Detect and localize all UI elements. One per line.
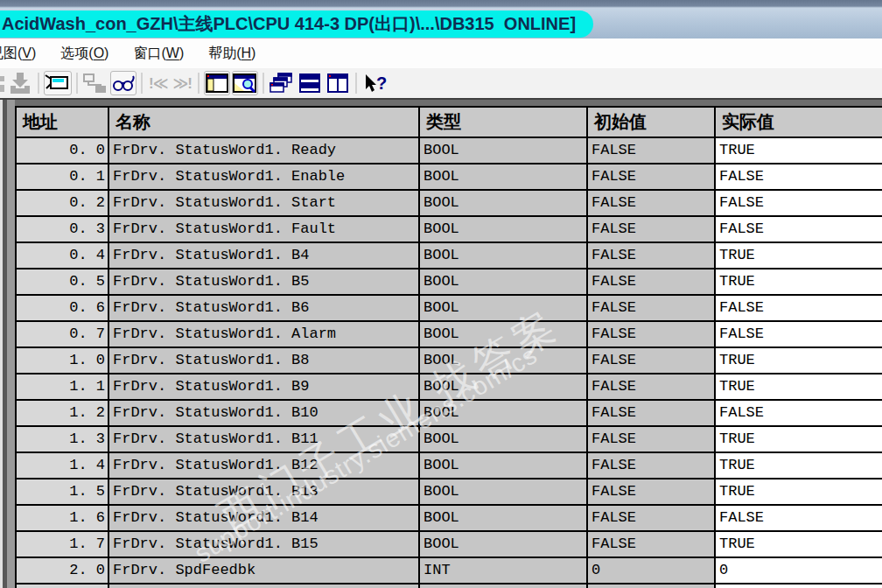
- cell-actual[interactable]: FALSE: [716, 401, 882, 425]
- cell-name[interactable]: FrDrv. StatusWord1. B8: [109, 348, 418, 373]
- cell-actual[interactable]: FALSE: [716, 217, 882, 242]
- cell-name[interactable]: FrDrv. StatusWord1. Ready: [109, 138, 418, 163]
- cell-actual[interactable]: TRUE: [716, 243, 882, 268]
- cell-actual[interactable]: TRUE: [716, 138, 882, 163]
- cell-address[interactable]: 0. 5: [17, 270, 108, 294]
- cell-actual[interactable]: FALSE: [716, 322, 882, 346]
- cell-actual[interactable]: 0: [716, 558, 882, 583]
- download-button[interactable]: [7, 71, 33, 95]
- cell-initial[interactable]: FALSE: [588, 427, 714, 452]
- zoom-window-button[interactable]: [232, 71, 258, 95]
- menu-item-o[interactable]: 选项(O): [60, 45, 108, 63]
- cell-address[interactable]: 0. 3: [17, 217, 108, 242]
- cell-initial[interactable]: FALSE: [588, 270, 714, 294]
- cell-type[interactable]: BOOL: [420, 217, 586, 242]
- cell-initial[interactable]: FALSE: [588, 453, 714, 478]
- cell-address[interactable]: 1. 3: [17, 427, 108, 452]
- cell-address[interactable]: 1. 6: [17, 506, 108, 530]
- column-header[interactable]: 地址: [17, 108, 108, 136]
- menu-item-h[interactable]: 帮助(H): [208, 45, 256, 63]
- cell-name[interactable]: FrDrv. StatusWord1. B12: [109, 453, 418, 478]
- cell-initial[interactable]: 0: [588, 558, 714, 583]
- cell-name[interactable]: FrDrv. StatusWord1. B5: [109, 270, 418, 294]
- menu-item-v[interactable]: 视图(V): [0, 45, 36, 63]
- cell-initial[interactable]: FALSE: [588, 506, 714, 530]
- cell-actual[interactable]: FALSE: [716, 191, 882, 215]
- cell-actual[interactable]: TRUE: [716, 427, 882, 452]
- cell-name[interactable]: FrDrv. StatusWord1. B15: [109, 532, 418, 556]
- cell-name[interactable]: FrDrv. StatusWord1. Enable: [109, 164, 418, 189]
- cell-type[interactable]: BOOL: [420, 506, 586, 530]
- cell-initial[interactable]: FALSE: [588, 138, 714, 163]
- cell-address[interactable]: 1. 2: [17, 401, 108, 425]
- cell-address[interactable]: 2. 0: [17, 558, 108, 583]
- cell-name[interactable]: FrDrv. StatusWord1. B14: [109, 506, 418, 530]
- cell-name[interactable]: [109, 584, 418, 588]
- cell-address[interactable]: [17, 584, 108, 588]
- cell-type[interactable]: BOOL: [420, 532, 586, 556]
- cell-type[interactable]: BOOL: [420, 348, 586, 373]
- column-header[interactable]: 初始值: [588, 108, 714, 136]
- cell-type[interactable]: BOOL: [420, 191, 586, 215]
- cell-actual[interactable]: TRUE: [716, 480, 882, 504]
- cell-address[interactable]: 0. 7: [17, 322, 108, 346]
- cell-name[interactable]: FrDrv. StatusWord1. B9: [109, 374, 418, 399]
- cell-type[interactable]: BOOL: [420, 164, 586, 189]
- cell-type[interactable]: [420, 584, 586, 588]
- cell-actual[interactable]: FALSE: [716, 506, 882, 530]
- cell-address[interactable]: 0. 6: [17, 296, 108, 320]
- cell-name[interactable]: FrDrv. StatusWord1. B11: [109, 427, 418, 452]
- column-header[interactable]: 实际值: [716, 108, 882, 136]
- cell-type[interactable]: BOOL: [420, 453, 586, 478]
- cell-initial[interactable]: FALSE: [588, 164, 714, 189]
- cell-initial[interactable]: FALSE: [588, 348, 714, 373]
- cell-name[interactable]: FrDrv. StatusWord1. B10: [109, 401, 418, 425]
- cell-address[interactable]: 0. 4: [17, 243, 108, 268]
- cell-actual[interactable]: TRUE: [716, 270, 882, 294]
- cell-name[interactable]: FrDrv. StatusWord1. Start: [109, 191, 418, 215]
- network-button[interactable]: [82, 71, 108, 95]
- cell-actual[interactable]: FALSE: [716, 164, 882, 189]
- cell-initial[interactable]: FALSE: [588, 532, 714, 556]
- cell-address[interactable]: 1. 0: [17, 348, 108, 373]
- cell-initial[interactable]: FALSE: [588, 401, 714, 425]
- cell-initial[interactable]: FALSE: [588, 217, 714, 242]
- cell-actual[interactable]: TRUE: [716, 374, 882, 399]
- menu-item-w[interactable]: 窗口(W): [133, 45, 184, 63]
- cell-address[interactable]: 0. 2: [17, 191, 108, 215]
- cell-type[interactable]: BOOL: [420, 401, 586, 425]
- column-header[interactable]: 类型: [420, 108, 586, 136]
- cell-type[interactable]: BOOL: [420, 296, 586, 320]
- cell-actual[interactable]: TRUE: [716, 348, 882, 373]
- cell-actual[interactable]: FALSE: [716, 296, 882, 320]
- cell-actual[interactable]: TRUE: [716, 453, 882, 478]
- next-error-button[interactable]: ≫!: [170, 74, 193, 93]
- accessible-nodes-button[interactable]: [44, 71, 72, 95]
- cell-address[interactable]: 1. 7: [17, 532, 108, 556]
- cell-address[interactable]: 0. 1: [17, 164, 108, 189]
- cell-type[interactable]: BOOL: [420, 243, 586, 268]
- cell-initial[interactable]: [588, 584, 714, 588]
- cell-address[interactable]: 1. 1: [17, 374, 108, 399]
- cell-name[interactable]: FrDrv. StatusWord1. Alarm: [109, 322, 418, 346]
- cascade-windows-button[interactable]: [269, 71, 295, 95]
- cell-address[interactable]: 1. 5: [17, 480, 108, 504]
- cell-address[interactable]: 1. 4: [17, 453, 108, 478]
- column-header[interactable]: 名称: [109, 108, 418, 136]
- cell-type[interactable]: BOOL: [420, 322, 586, 346]
- tile-vertical-button[interactable]: [325, 71, 351, 95]
- cell-name[interactable]: FrDrv. StatusWord1. B6: [109, 296, 418, 320]
- cell-name[interactable]: FrDrv. SpdFeedbk: [109, 558, 418, 583]
- cell-type[interactable]: BOOL: [420, 270, 586, 294]
- context-help-button[interactable]: ?: [361, 71, 388, 95]
- previous-error-button[interactable]: !≪: [146, 74, 170, 93]
- cell-actual[interactable]: TRUE: [716, 532, 882, 556]
- cell-initial[interactable]: FALSE: [588, 191, 714, 215]
- cell-address[interactable]: 0. 0: [17, 138, 108, 163]
- cell-actual[interactable]: [716, 584, 882, 588]
- cell-type[interactable]: BOOL: [420, 138, 586, 163]
- cell-name[interactable]: FrDrv. StatusWord1. B13: [109, 480, 418, 504]
- cell-initial[interactable]: FALSE: [588, 374, 714, 399]
- cell-type[interactable]: BOOL: [420, 374, 586, 399]
- cell-type[interactable]: BOOL: [420, 480, 586, 504]
